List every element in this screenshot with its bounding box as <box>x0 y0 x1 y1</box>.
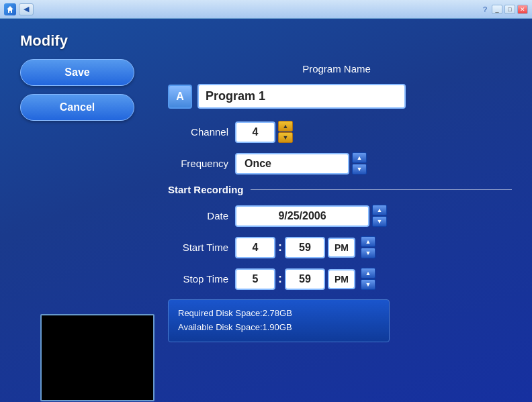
date-value: 9/25/2006 <box>235 205 369 227</box>
frequency-spinner: ▲ ▼ <box>352 152 367 174</box>
titlebar: ◀ ? _ □ ✕ <box>0 0 532 19</box>
start-hour-value: 4 <box>235 237 275 258</box>
stop-time-label: Stop Time <box>168 273 228 285</box>
channel-up-button[interactable]: ▲ <box>278 121 293 132</box>
restore-button[interactable]: □ <box>504 5 515 14</box>
window-controls: ? _ □ ✕ <box>483 5 528 14</box>
start-time-group: 4 : 59 PM ▲ ▼ <box>235 236 375 258</box>
stop-time-spinner: ▲ ▼ <box>361 268 375 290</box>
channel-value: 4 <box>235 121 275 143</box>
frequency-down-button[interactable]: ▼ <box>352 164 367 174</box>
help-icon[interactable]: ? <box>483 5 487 13</box>
svg-marker-0 <box>7 6 13 13</box>
program-name-section: Program Name A <box>168 63 512 109</box>
disk-available-text: Available Disk Space:1.90GB <box>178 321 380 335</box>
home-icon[interactable] <box>4 3 16 15</box>
frequency-up-button[interactable]: ▲ <box>352 152 367 163</box>
program-name-label: Program Name <box>302 63 371 74</box>
form-area: Program Name A Channel 4 ▲ ▼ Frequency O… <box>168 63 512 342</box>
channel-down-button[interactable]: ▼ <box>278 132 293 143</box>
frequency-label: Frequency <box>168 158 228 169</box>
date-up-button[interactable]: ▲ <box>372 205 387 215</box>
save-button[interactable]: Save <box>20 59 134 86</box>
frequency-value: Once <box>235 153 349 174</box>
titlebar-left: ◀ <box>4 3 34 15</box>
stop-time-row: Stop Time 5 : 59 PM ▲ ▼ <box>168 268 512 290</box>
program-name-input[interactable] <box>197 84 406 109</box>
recording-section-title: Start Recording <box>168 184 244 195</box>
stop-hour-value: 5 <box>235 268 275 290</box>
start-min-value: 59 <box>285 237 325 258</box>
stop-time-up-button[interactable]: ▲ <box>361 268 375 279</box>
stop-ampm-value: PM <box>328 269 355 289</box>
start-time-up-button[interactable]: ▲ <box>361 236 375 247</box>
channel-row: Channel 4 ▲ ▼ <box>168 121 512 143</box>
page-title: Modify <box>20 32 512 50</box>
stop-colon: : <box>278 272 282 286</box>
close-button[interactable]: ✕ <box>517 5 528 14</box>
disk-required-text: Required Disk Space:2.78GB <box>178 307 380 321</box>
start-time-label: Start Time <box>168 242 228 253</box>
divider-line <box>251 189 512 190</box>
cancel-button[interactable]: Cancel <box>20 94 134 121</box>
minimize-button[interactable]: _ <box>492 5 502 14</box>
left-panel: Save Cancel <box>20 59 134 129</box>
disk-info-box: Required Disk Space:2.78GB Available Dis… <box>168 299 390 342</box>
start-colon: : <box>278 240 282 254</box>
preview-box <box>40 314 154 401</box>
date-down-button[interactable]: ▼ <box>372 216 387 227</box>
date-row: Date 9/25/2006 ▲ ▼ <box>168 205 512 227</box>
start-time-down-button[interactable]: ▼ <box>361 248 375 258</box>
back-button[interactable]: ◀ <box>19 3 34 15</box>
stop-min-value: 59 <box>285 268 325 290</box>
channel-label: Channel <box>168 126 228 138</box>
program-name-row: A <box>168 84 512 109</box>
start-time-row: Start Time 4 : 59 PM ▲ ▼ <box>168 236 512 258</box>
channel-spinner: ▲ ▼ <box>278 121 293 143</box>
program-name-icon[interactable]: A <box>168 85 192 109</box>
stop-time-group: 5 : 59 PM ▲ ▼ <box>235 268 375 290</box>
start-time-spinner: ▲ ▼ <box>361 236 375 258</box>
frequency-row: Frequency Once ▲ ▼ <box>168 152 512 174</box>
recording-section-divider: Start Recording <box>168 184 512 195</box>
stop-time-down-button[interactable]: ▼ <box>361 279 375 290</box>
date-label: Date <box>168 210 228 221</box>
main-content: Modify Save Cancel Program Name A Channe… <box>0 19 532 356</box>
date-spinner: ▲ ▼ <box>372 205 387 227</box>
start-ampm-value: PM <box>328 238 355 258</box>
